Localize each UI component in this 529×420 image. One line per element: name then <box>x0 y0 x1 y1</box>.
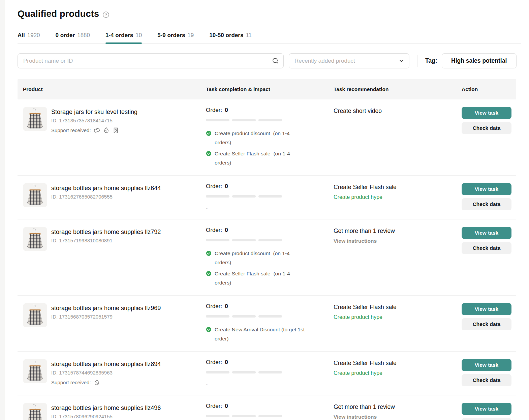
id-value: 1731578096290924155 <box>59 414 113 419</box>
support-label: Support received: <box>51 380 91 385</box>
view-task-button[interactable]: View task <box>462 359 511 371</box>
recommended-task: Create short video <box>334 107 462 115</box>
tab-count: 11 <box>246 32 252 39</box>
product-search <box>18 53 284 68</box>
progress-bar <box>206 239 334 241</box>
order-count: Order:0 <box>206 227 334 234</box>
completed-task: Create Seller Flash sale(on 1-4 orders) <box>206 269 307 287</box>
tab-label: 0 order <box>56 32 75 39</box>
completed-task: Create product discount(on 1-4 orders) <box>206 249 307 267</box>
progress-bar <box>206 195 334 198</box>
order-count: Order:0 <box>206 107 334 114</box>
tab-10-50-orders[interactable]: 10-50 orders 11 <box>209 32 252 43</box>
check-data-button[interactable]: Check data <box>462 374 511 386</box>
tab-count: 10 <box>135 32 142 39</box>
recommended-task: Create Seller Flash sale <box>334 183 462 191</box>
table-row: storage bottles jars home supplies llz64… <box>18 176 516 219</box>
id-label: ID: <box>51 314 58 320</box>
product-title: storage bottles jars home supplies llz96… <box>51 304 161 312</box>
id-label: ID: <box>51 414 58 419</box>
product-title: storage bottles jars home supplies llz49… <box>51 403 161 412</box>
tab-count: 19 <box>187 32 194 39</box>
recommendation-link[interactable]: View instructions <box>334 414 462 420</box>
chevron-down-icon <box>399 58 404 64</box>
bookmark-percent-icon <box>112 127 119 134</box>
products-table: Product Task completion & impact Task re… <box>18 79 516 420</box>
id-label: ID: <box>51 194 58 200</box>
order-count: Order:0 <box>206 183 334 190</box>
sort-dropdown[interactable]: Recently added product <box>289 53 409 68</box>
recommendation-link[interactable]: Create product hype <box>334 194 462 200</box>
product-id: ID: 1731568703572051579 <box>51 314 161 320</box>
qualified-products-panel: Qualified products ? All 1920 0 order 18… <box>5 0 529 420</box>
check-data-button[interactable]: Check data <box>462 242 511 254</box>
id-value: 1731627655082706555 <box>59 194 113 200</box>
check-data-button[interactable]: Check data <box>462 318 511 330</box>
check-data-button[interactable]: Check data <box>462 198 511 210</box>
order-count: Order:0 <box>206 303 334 310</box>
id-value: 1731571998810080891 <box>59 238 113 243</box>
tab-label: All <box>18 32 25 39</box>
product-title: Storage jars for sku level testing <box>51 108 137 116</box>
table-row: Storage jars for sku level testing ID: 1… <box>18 99 516 176</box>
help-icon[interactable]: ? <box>102 11 110 18</box>
order-count: Order:0 <box>206 403 334 410</box>
recommendation-link[interactable]: Create product hype <box>334 370 462 376</box>
col-task-recommendation: Task recommendation <box>334 86 462 92</box>
product-id: ID: 1731578744692835963 <box>51 370 161 376</box>
recommendation-link[interactable]: Create product hype <box>334 314 462 320</box>
search-icon[interactable] <box>272 57 279 64</box>
tab-5-9-orders[interactable]: 5-9 orders 19 <box>157 32 194 43</box>
id-label: ID: <box>51 118 58 123</box>
product-image <box>23 183 47 207</box>
product-image <box>23 227 47 251</box>
product-id: ID: 1731571998810080891 <box>51 238 161 243</box>
tab-1-4-orders[interactable]: 1-4 orders 10 <box>105 32 142 43</box>
table-row: storage bottles jars home supplies llz49… <box>18 395 516 420</box>
search-input[interactable] <box>18 53 284 68</box>
progress-bar <box>206 371 334 373</box>
ticket-icon <box>93 127 100 134</box>
product-title: storage bottles jars home supplies llz79… <box>51 228 161 236</box>
tag-filter-button[interactable]: High sales potential <box>442 53 517 68</box>
support-label: Support received: <box>51 127 91 133</box>
view-task-button[interactable]: View task <box>462 303 511 315</box>
no-tasks-dash: - <box>206 205 334 211</box>
check-data-button[interactable]: Check data <box>462 418 511 420</box>
view-task-button[interactable]: View task <box>462 183 511 195</box>
page-title: Qualified products <box>18 9 99 19</box>
progress-bar <box>206 415 334 417</box>
recommended-task: Create Seller Flash sale <box>334 303 462 311</box>
view-task-button[interactable]: View task <box>462 403 511 415</box>
progress-bar <box>206 119 334 121</box>
table-row: storage bottles jars home supplies llz89… <box>18 352 516 395</box>
tab-count: 1920 <box>27 32 40 39</box>
tab-label: 1-4 orders <box>105 32 133 39</box>
view-task-button[interactable]: View task <box>462 107 511 119</box>
product-image <box>23 359 47 383</box>
check-circle-icon <box>206 130 212 136</box>
view-task-button[interactable]: View task <box>462 227 511 239</box>
product-image <box>23 303 47 327</box>
check-data-button[interactable]: Check data <box>462 122 511 134</box>
sort-dropdown-value: Recently added product <box>294 58 355 64</box>
recommendation-link[interactable]: View instructions <box>334 238 462 244</box>
product-title: storage bottles jars home supplies llz64… <box>51 184 161 192</box>
check-circle-icon <box>206 327 212 332</box>
col-product: Product <box>18 86 206 92</box>
tab-all[interactable]: All 1920 <box>18 32 40 43</box>
product-id: ID: 1731357357818414715 <box>51 118 137 123</box>
flame-icon <box>93 379 100 386</box>
completed-task: Create New Arrival Discount (to get 1st … <box>206 325 307 343</box>
product-title: storage bottles jars home supplies llz89… <box>51 360 161 368</box>
no-tasks-dash: - <box>206 381 334 387</box>
col-action: Action <box>462 86 516 92</box>
product-id: ID: 1731627655082706555 <box>51 194 161 200</box>
table-row: storage bottles jars home supplies llz96… <box>18 296 516 352</box>
product-id: ID: 1731578096290924155 <box>51 414 161 419</box>
tab-0-order[interactable]: 0 order 1880 <box>56 32 90 43</box>
order-count: Order:0 <box>206 359 334 366</box>
divider <box>417 55 417 67</box>
table-header: Product Task completion & impact Task re… <box>18 79 516 99</box>
id-value: 1731578744692835963 <box>59 370 113 376</box>
